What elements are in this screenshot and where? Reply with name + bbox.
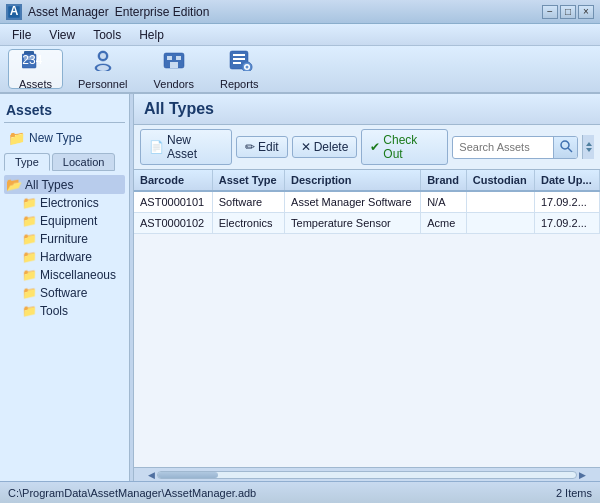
vendors-label: Vendors	[154, 78, 194, 90]
svg-text:1234: 1234	[22, 53, 43, 67]
tree-item-hardware[interactable]: 📁 Hardware	[20, 248, 125, 266]
content-toolbar: 📄 New Asset ✏ Edit ✕ Delete ✔ Check Out	[134, 125, 600, 170]
svg-rect-13	[176, 56, 181, 60]
cell-asset-type: Electronics	[212, 213, 284, 234]
table-row[interactable]: AST0000102 Electronics Temperature Senso…	[134, 213, 600, 234]
checkout-icon: ✔	[370, 140, 380, 154]
toolbar-scroll-indicator[interactable]	[582, 135, 594, 159]
menu-tools[interactable]: Tools	[85, 26, 129, 44]
tree-item-label: Electronics	[40, 196, 99, 210]
toolbar-vendors[interactable]: Vendors	[143, 49, 205, 89]
search-button[interactable]	[553, 137, 578, 158]
status-count: 2 Items	[556, 487, 592, 499]
toolbar-personnel[interactable]: Personnel	[67, 49, 139, 89]
app-title: Asset Manager	[28, 5, 109, 19]
asset-table: Barcode Asset Type Description Brand Cus…	[134, 170, 600, 234]
cell-description: Asset Manager Software	[285, 191, 421, 213]
sidebar-tabs: Type Location	[4, 153, 125, 171]
svg-rect-17	[233, 58, 245, 60]
cell-brand: Acme	[421, 213, 467, 234]
new-asset-button[interactable]: 📄 New Asset	[140, 129, 232, 165]
delete-label: Delete	[314, 140, 349, 154]
scroll-thumb[interactable]	[158, 472, 218, 478]
assets-icon: 1234	[22, 49, 50, 76]
cell-custodian	[466, 191, 534, 213]
cell-brand: N/A	[421, 191, 467, 213]
toolbar-reports[interactable]: Reports	[209, 49, 270, 89]
tree-item-label: Software	[40, 286, 87, 300]
table-row[interactable]: AST0000101 Software Asset Manager Softwa…	[134, 191, 600, 213]
svg-line-23	[568, 148, 572, 152]
tree-all-types[interactable]: 📂 All Types	[4, 175, 125, 194]
tab-location[interactable]: Location	[52, 153, 116, 171]
content-title: All Types	[134, 94, 600, 125]
title-bar-left: A Asset Manager Enterprise Edition	[6, 4, 209, 20]
minimize-button[interactable]: −	[542, 5, 558, 19]
table-header-row: Barcode Asset Type Description Brand Cus…	[134, 170, 600, 191]
checkout-button[interactable]: ✔ Check Out	[361, 129, 448, 165]
tree-item-electronics[interactable]: 📁 Electronics	[20, 194, 125, 212]
assets-label: Assets	[19, 78, 52, 90]
tree-item-label: Tools	[40, 304, 68, 318]
main-toolbar: 1234 Assets Personnel Vend	[0, 46, 600, 94]
tree-item-label: Miscellaneous	[40, 268, 116, 282]
asset-table-container: Barcode Asset Type Description Brand Cus…	[134, 170, 600, 467]
personnel-icon	[89, 49, 117, 76]
horizontal-scrollbar[interactable]: ◀ ▶	[134, 467, 600, 481]
tree-item-label: Furniture	[40, 232, 88, 246]
col-date: Date Up...	[534, 170, 599, 191]
new-type-button[interactable]: 📁 New Type	[4, 127, 125, 149]
status-path: C:\ProgramData\AssetManager\AssetManager…	[8, 487, 256, 499]
personnel-label: Personnel	[78, 78, 128, 90]
tab-type[interactable]: Type	[4, 153, 50, 171]
reports-icon	[225, 49, 253, 76]
svg-point-9	[100, 53, 106, 59]
tree-item-equipment[interactable]: 📁 Equipment	[20, 212, 125, 230]
menu-view[interactable]: View	[41, 26, 83, 44]
tree-children: 📁 Electronics 📁 Equipment 📁 Furniture 📁 …	[4, 194, 125, 320]
menu-help[interactable]: Help	[131, 26, 172, 44]
cell-barcode: AST0000102	[134, 213, 212, 234]
window-controls[interactable]: − □ ×	[542, 5, 594, 19]
search-box[interactable]	[452, 136, 578, 159]
col-custodian: Custodian	[466, 170, 534, 191]
tree-all-types-label: All Types	[25, 178, 73, 192]
maximize-button[interactable]: □	[560, 5, 576, 19]
tree-item-tools[interactable]: 📁 Tools	[20, 302, 125, 320]
svg-rect-12	[167, 56, 172, 60]
search-input[interactable]	[453, 139, 553, 155]
svg-marker-24	[586, 142, 592, 146]
toolbar-assets[interactable]: 1234 Assets	[8, 49, 63, 89]
folder-icon-furniture: 📁	[22, 232, 37, 246]
tree-item-miscellaneous[interactable]: 📁 Miscellaneous	[20, 266, 125, 284]
tree-item-software[interactable]: 📁 Software	[20, 284, 125, 302]
new-type-label: New Type	[29, 131, 82, 145]
cell-date: 17.09.2...	[534, 191, 599, 213]
svg-rect-18	[233, 62, 241, 64]
title-bar: A Asset Manager Enterprise Edition − □ ×	[0, 0, 600, 24]
close-button[interactable]: ×	[578, 5, 594, 19]
delete-button[interactable]: ✕ Delete	[292, 136, 358, 158]
svg-point-10	[97, 65, 109, 71]
folder-open-icon: 📂	[6, 177, 22, 192]
folder-icon-equipment: 📁	[22, 214, 37, 228]
svg-marker-25	[586, 148, 592, 152]
scroll-track[interactable]	[157, 471, 577, 479]
edit-button[interactable]: ✏ Edit	[236, 136, 288, 158]
sidebar-title: Assets	[4, 98, 125, 123]
tree-item-label: Hardware	[40, 250, 92, 264]
cell-date: 17.09.2...	[534, 213, 599, 234]
vendors-icon	[160, 49, 188, 76]
menu-file[interactable]: File	[4, 26, 39, 44]
edit-icon: ✏	[245, 140, 255, 154]
checkout-label: Check Out	[383, 133, 439, 161]
sidebar: Assets 📁 New Type Type Location 📂 All Ty…	[0, 94, 130, 481]
folder-icon-tools: 📁	[22, 304, 37, 318]
col-asset-type: Asset Type	[212, 170, 284, 191]
app-icon: A	[6, 4, 22, 20]
tree-item-furniture[interactable]: 📁 Furniture	[20, 230, 125, 248]
scroll-left-button[interactable]: ◀	[148, 470, 155, 480]
new-type-folder-icon: 📁	[8, 130, 25, 146]
cell-description: Temperature Sensor	[285, 213, 421, 234]
scroll-right-button[interactable]: ▶	[579, 470, 586, 480]
